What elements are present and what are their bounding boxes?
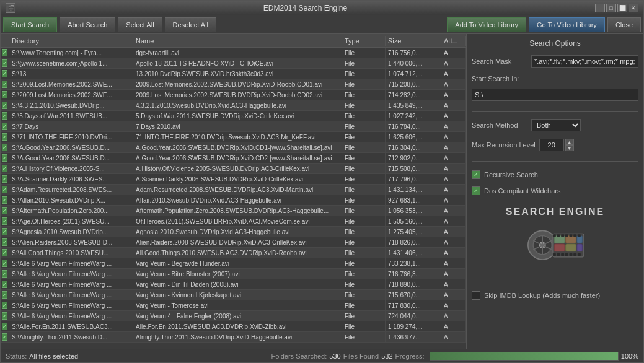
table-row[interactable]: ✓ S:\5.Days.of.War.2011.SWESUB... 5.Days… — [1, 111, 466, 121]
table-row[interactable]: ✓ S:\2009.Lost.Memories.2002.SWE... 2009… — [1, 90, 466, 100]
skip-imdb-checkbox[interactable] — [472, 291, 480, 300]
table-row[interactable]: ✓ S:\A.Scanner.Darkly.2006-SWES... A.Sca… — [1, 174, 466, 185]
row-checkbox-cell[interactable]: ✓ — [1, 111, 9, 121]
recursive-search-checkbox[interactable] — [472, 170, 480, 179]
close-window-button[interactable]: ✕ — [629, 4, 638, 12]
select-all-button[interactable]: Select All — [118, 17, 162, 32]
table-row[interactable]: ✓ S:\Adam.Resurrected.2008.SWES... Adam.… — [1, 185, 466, 195]
row-checkbox[interactable]: ✓ — [2, 323, 7, 330]
search-method-select[interactable]: Both Name Path — [531, 119, 581, 131]
table-row[interactable]: ✓ S:\Alle 6 Varg Veum Filmene\Varg ... V… — [1, 279, 466, 290]
row-checkbox[interactable]: ✓ — [2, 91, 7, 98]
row-checkbox[interactable]: ✓ — [2, 175, 7, 183]
table-row[interactable]: ✓ S:\13 13.2010.DvdRip.SWESUB.XViD.br3ak… — [1, 69, 466, 79]
row-checkbox[interactable]: ✓ — [2, 165, 7, 172]
table-row[interactable]: ✓ S:\Alle 6 Varg Veum Filmene\Varg ... V… — [1, 269, 466, 279]
row-checkbox-cell[interactable]: ✓ — [1, 185, 9, 195]
row-checkbox[interactable]: ✓ — [2, 81, 7, 88]
row-checkbox[interactable]: ✓ — [2, 260, 7, 267]
table-body[interactable]: ✓ S:\[www.Torrenting.com] - Fyra... dgc-… — [1, 48, 466, 349]
row-checkbox[interactable]: ✓ — [2, 270, 7, 278]
abort-search-button[interactable]: Abort Search — [60, 17, 115, 32]
row-checkbox-cell[interactable]: ✓ — [1, 100, 9, 110]
table-row[interactable]: ✓ S:\Aftermath.Population.Zero.200... Af… — [1, 206, 466, 216]
row-checkbox-cell[interactable]: ✓ — [1, 153, 9, 163]
add-to-video-library-button[interactable]: Add To Video Library — [447, 17, 526, 32]
row-checkbox-cell[interactable]: ✓ — [1, 227, 9, 237]
row-checkbox-cell[interactable]: ✓ — [1, 300, 9, 310]
row-checkbox-cell[interactable]: ✓ — [1, 290, 9, 300]
search-mask-input[interactable] — [531, 55, 638, 68]
row-checkbox-cell[interactable]: ✓ — [1, 121, 9, 131]
table-row[interactable]: ✓ S:\{www.scenetime.com}Apollo 1... Apol… — [1, 58, 466, 69]
start-search-in-input[interactable] — [472, 89, 638, 101]
row-checkbox[interactable]: ✓ — [2, 333, 7, 341]
row-checkbox[interactable]: ✓ — [2, 228, 7, 235]
table-row[interactable]: ✓ S:\Alle 6 Varg Veum Filmene\Varg ... V… — [1, 258, 466, 269]
row-checkbox-cell[interactable]: ✓ — [1, 332, 9, 342]
recursion-input[interactable] — [539, 139, 564, 151]
row-checkbox-cell[interactable]: ✓ — [1, 248, 9, 258]
row-checkbox-cell[interactable]: ✓ — [1, 279, 9, 289]
row-checkbox[interactable]: ✓ — [2, 102, 7, 109]
row-checkbox[interactable]: ✓ — [2, 312, 7, 320]
row-checkbox-cell[interactable]: ✓ — [1, 174, 9, 184]
table-row[interactable]: ✓ S:\2009.Lost.Memories.2002.SWE... 2009… — [1, 79, 466, 90]
row-checkbox[interactable]: ✓ — [2, 249, 7, 256]
row-checkbox[interactable]: ✓ — [2, 207, 7, 214]
table-row[interactable]: ✓ S:\All.Good.Things.2010.SWESU... All.G… — [1, 248, 466, 258]
table-row[interactable]: ✓ S:\Alle 6 Varg Veum Filmene\Varg ... V… — [1, 311, 466, 321]
row-checkbox-cell[interactable]: ✓ — [1, 195, 9, 205]
table-row[interactable]: ✓ S:\Age.Of.Heroes.(2011).SWESU... Of.He… — [1, 216, 466, 227]
row-checkbox-cell[interactable]: ✓ — [1, 321, 9, 331]
row-checkbox-cell[interactable]: ✓ — [1, 237, 9, 247]
go-to-video-library-button[interactable]: Go To Video Library — [529, 17, 605, 32]
row-checkbox[interactable]: ✓ — [2, 49, 7, 56]
maximize-button[interactable]: ⬜ — [617, 4, 627, 12]
row-checkbox[interactable]: ✓ — [2, 112, 7, 120]
row-checkbox[interactable]: ✓ — [2, 302, 7, 309]
row-checkbox[interactable]: ✓ — [2, 291, 7, 299]
minimize-button[interactable]: _ — [595, 4, 605, 12]
table-row[interactable]: ✓ S:\Alle.For.En.2011.SWESUB.AC3... Alle… — [1, 321, 466, 332]
table-row[interactable]: ✓ S:\Affair.2010.Swesub.DVDrip.X... Affa… — [1, 195, 466, 206]
row-checkbox[interactable]: ✓ — [2, 196, 7, 204]
row-checkbox-cell[interactable]: ✓ — [1, 90, 9, 100]
table-row[interactable]: ✓ S:\71-INTO.THE.FIRE.2010.DVDri... 71-I… — [1, 132, 466, 142]
table-row[interactable]: ✓ S:\A.Good.Year.2006.SWESUB.D... A.Good… — [1, 153, 466, 164]
close-button[interactable]: Close — [607, 17, 641, 32]
table-row[interactable]: ✓ S:\Alien.Raiders.2008-SWESUB-D... Alie… — [1, 237, 466, 248]
row-checkbox[interactable]: ✓ — [2, 59, 7, 67]
row-checkbox-cell[interactable]: ✓ — [1, 79, 9, 89]
row-checkbox[interactable]: ✓ — [2, 281, 7, 288]
spinner-down-button[interactable]: ▼ — [565, 145, 574, 151]
table-row[interactable]: ✓ S:\A.Good.Year.2006.SWESUB.D... A.Good… — [1, 142, 466, 153]
row-checkbox[interactable]: ✓ — [2, 217, 7, 225]
row-checkbox[interactable]: ✓ — [2, 154, 7, 162]
row-checkbox[interactable]: ✓ — [2, 238, 7, 246]
row-checkbox[interactable]: ✓ — [2, 144, 7, 151]
table-row[interactable]: ✓ S:\Alle 6 Varg Veum Filmene\Varg ... V… — [1, 300, 466, 311]
row-checkbox-cell[interactable]: ✓ — [1, 48, 9, 58]
row-checkbox-cell[interactable]: ✓ — [1, 269, 9, 279]
table-row[interactable]: ✓ S:\[www.Torrenting.com] - Fyra... dgc-… — [1, 48, 466, 58]
table-row[interactable]: ✓ S:\A.History.Of.Violence.2005-S... A.H… — [1, 164, 466, 174]
table-row[interactable]: ✓ S:\4.3.2.1.2010.Swesub.DVDrip... 4.3.2… — [1, 100, 466, 111]
spinner-up-button[interactable]: ▲ — [565, 139, 574, 145]
row-checkbox-cell[interactable]: ✓ — [1, 58, 9, 68]
table-row[interactable]: ✓ S:\Alle 6 Varg Veum Filmene\Varg ... V… — [1, 290, 466, 300]
row-checkbox[interactable]: ✓ — [2, 133, 7, 141]
table-row[interactable]: ✓ S:\Almighty.Thor.2011.Swesub.D... Almi… — [1, 332, 466, 343]
row-checkbox-cell[interactable]: ✓ — [1, 216, 9, 226]
deselect-all-button[interactable]: Deselect All — [165, 17, 216, 32]
dos-compilant-checkbox[interactable] — [472, 186, 480, 195]
row-checkbox-cell[interactable]: ✓ — [1, 164, 9, 173]
row-checkbox[interactable]: ✓ — [2, 186, 7, 193]
row-checkbox-cell[interactable]: ✓ — [1, 132, 9, 142]
row-checkbox[interactable]: ✓ — [2, 123, 7, 130]
row-checkbox-cell[interactable]: ✓ — [1, 258, 9, 268]
start-search-button[interactable]: Start Search — [3, 17, 57, 32]
row-checkbox-cell[interactable]: ✓ — [1, 311, 9, 321]
row-checkbox-cell[interactable]: ✓ — [1, 142, 9, 152]
row-checkbox-cell[interactable]: ✓ — [1, 206, 9, 216]
